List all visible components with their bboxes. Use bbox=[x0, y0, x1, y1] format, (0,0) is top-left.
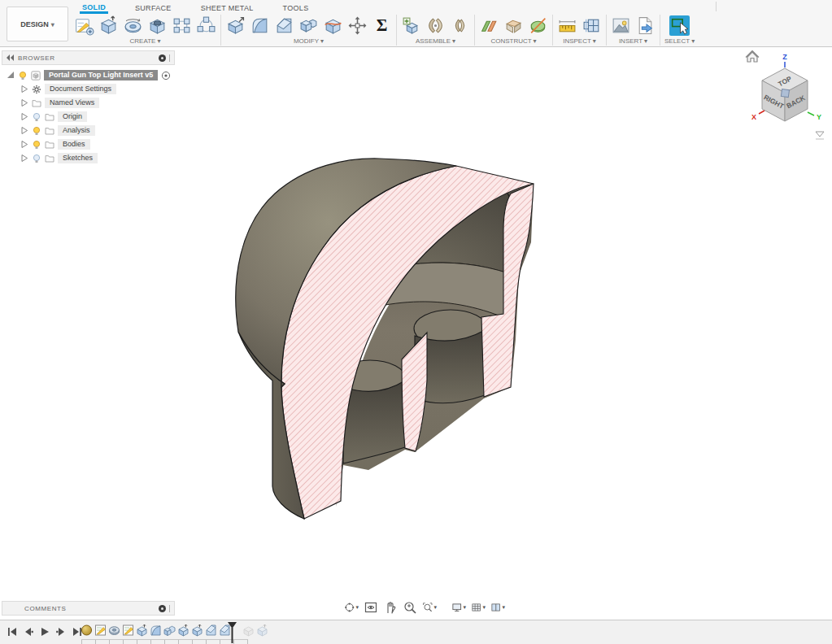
new-component-icon[interactable] bbox=[401, 15, 421, 36]
expand-icon[interactable] bbox=[21, 154, 28, 162]
fillet-icon[interactable] bbox=[250, 15, 270, 36]
modify-dropdown[interactable]: MODIFY bbox=[294, 37, 324, 45]
change-parameters-icon[interactable]: Σ bbox=[372, 15, 392, 36]
play-button[interactable] bbox=[40, 627, 50, 637]
tab-sheet-metal[interactable]: SHEET METAL bbox=[198, 2, 256, 14]
activate-component-radio[interactable] bbox=[161, 71, 171, 80]
panel-options-icon[interactable] bbox=[159, 605, 166, 612]
rectangular-pattern-icon[interactable] bbox=[172, 15, 192, 36]
collapse-panel-icon[interactable] bbox=[7, 54, 15, 61]
item-label[interactable]: Bodies bbox=[58, 139, 90, 150]
timeline-feature-combine[interactable] bbox=[163, 623, 176, 637]
timeline-feature-sketch[interactable] bbox=[122, 623, 134, 637]
timeline-feature-revolve[interactable] bbox=[108, 623, 120, 637]
timeline-feature-component-color[interactable] bbox=[81, 623, 93, 637]
timeline-feature-extrude[interactable] bbox=[177, 623, 189, 637]
expand-icon[interactable] bbox=[21, 99, 28, 107]
as-built-joint-icon[interactable] bbox=[450, 15, 470, 36]
viewcube[interactable]: TOP RIGHT BACK Z X Y bbox=[738, 46, 827, 143]
expand-icon[interactable] bbox=[21, 113, 28, 120]
go-to-start-button[interactable] bbox=[7, 627, 17, 637]
item-label[interactable]: Sketches bbox=[58, 153, 98, 163]
item-label[interactable]: Analysis bbox=[58, 125, 95, 136]
grid-settings-icon[interactable] bbox=[471, 600, 486, 615]
expand-icon[interactable] bbox=[21, 127, 28, 134]
expand-icon[interactable] bbox=[21, 141, 28, 148]
expand-icon[interactable] bbox=[21, 85, 28, 93]
panel-resize-handle[interactable] bbox=[169, 605, 170, 612]
step-back-button[interactable] bbox=[24, 627, 33, 637]
root-component-label[interactable]: Portal Gun Top Light Insert v5 bbox=[44, 70, 158, 80]
tab-surface[interactable]: SURFACE bbox=[133, 2, 174, 14]
insert-dropdown[interactable]: INSERT bbox=[619, 37, 647, 45]
look-at-icon[interactable] bbox=[364, 600, 378, 615]
panel-resize-handle[interactable] bbox=[169, 54, 170, 62]
browser-header[interactable]: BROWSER bbox=[2, 50, 175, 65]
viewports-icon[interactable] bbox=[490, 600, 505, 615]
bulb-on-icon[interactable] bbox=[32, 126, 41, 136]
midplane-icon[interactable] bbox=[503, 15, 524, 36]
tab-solid[interactable]: SOLID bbox=[80, 2, 108, 14]
expanded-icon[interactable] bbox=[7, 72, 15, 79]
design-workspace-dropdown[interactable]: DESIGN bbox=[7, 7, 68, 41]
select-dropdown[interactable]: SELECT bbox=[664, 37, 695, 45]
timeline-feature-sketch[interactable] bbox=[94, 623, 107, 637]
timeline-feature-extrude[interactable] bbox=[256, 623, 268, 637]
orbit-icon[interactable] bbox=[344, 600, 359, 615]
display-settings-icon[interactable] bbox=[451, 600, 466, 615]
item-label[interactable]: Named Views bbox=[45, 98, 99, 108]
panel-options-icon[interactable] bbox=[159, 54, 166, 62]
bulb-off-icon[interactable] bbox=[32, 154, 41, 163]
measure-icon[interactable] bbox=[557, 15, 577, 36]
offset-plane-icon[interactable] bbox=[479, 15, 499, 36]
fit-icon[interactable] bbox=[422, 600, 437, 615]
create-dropdown[interactable]: CREATE bbox=[130, 37, 161, 45]
combine-icon[interactable] bbox=[298, 15, 319, 36]
viewcube-cube[interactable]: TOP RIGHT BACK bbox=[762, 68, 808, 121]
bulb-on-icon[interactable] bbox=[32, 140, 41, 150]
3d-model-section-view[interactable] bbox=[218, 145, 547, 538]
comments-header[interactable]: COMMENTS bbox=[2, 601, 175, 616]
browser-root-row[interactable]: Portal Gun Top Light Insert v5 bbox=[2, 68, 175, 82]
browser-item-sketches[interactable]: Sketches bbox=[2, 151, 175, 165]
browser-item-named-views[interactable]: Named Views bbox=[2, 96, 175, 110]
split-body-icon[interactable] bbox=[323, 15, 343, 36]
inspect-dropdown[interactable]: INSPECT bbox=[563, 37, 596, 45]
timeline-playhead[interactable] bbox=[227, 621, 237, 644]
timeline-feature-box[interactable] bbox=[242, 623, 255, 637]
step-forward-button[interactable] bbox=[56, 627, 66, 637]
joint-icon[interactable] bbox=[425, 15, 446, 36]
chamfer-icon[interactable] bbox=[274, 15, 294, 36]
extrude-icon[interactable] bbox=[98, 15, 119, 36]
create-sketch-icon[interactable] bbox=[74, 15, 94, 36]
item-label[interactable]: Origin bbox=[58, 111, 87, 122]
assemble-dropdown[interactable]: ASSEMBLE bbox=[416, 37, 455, 45]
timeline-feature-chamfer[interactable] bbox=[205, 623, 217, 637]
move-copy-icon[interactable] bbox=[347, 15, 368, 36]
tab-tools[interactable]: TOOLS bbox=[281, 2, 311, 14]
construct-dropdown[interactable]: CONSTRUCT bbox=[490, 37, 536, 45]
bulb-off-icon[interactable] bbox=[32, 112, 41, 122]
bulb-on-icon[interactable] bbox=[18, 71, 28, 80]
press-pull-icon[interactable] bbox=[225, 15, 246, 36]
browser-item-bodies[interactable]: Bodies bbox=[2, 137, 175, 151]
browser-item-origin[interactable]: Origin bbox=[2, 110, 175, 124]
timeline-feature-extrude[interactable] bbox=[191, 623, 203, 637]
viewcube-menu-icon[interactable] bbox=[816, 132, 824, 139]
select-icon[interactable] bbox=[669, 15, 690, 36]
axis-icon[interactable] bbox=[528, 15, 548, 36]
home-icon[interactable] bbox=[746, 51, 759, 63]
revolve-icon[interactable] bbox=[123, 15, 143, 36]
pan-icon[interactable] bbox=[383, 600, 398, 615]
section-analysis-icon[interactable] bbox=[582, 15, 602, 36]
timeline-feature-extrude[interactable] bbox=[136, 623, 148, 637]
timeline-feature-fillet[interactable] bbox=[150, 623, 162, 637]
browser-item-document-settings[interactable]: Document Settings bbox=[2, 82, 175, 96]
item-label[interactable]: Document Settings bbox=[45, 84, 116, 94]
hole-icon[interactable] bbox=[147, 15, 168, 36]
insert-mesh-icon[interactable] bbox=[635, 15, 656, 36]
canvas-icon[interactable] bbox=[611, 15, 631, 36]
browser-item-analysis[interactable]: Analysis bbox=[2, 124, 175, 137]
zoom-icon[interactable] bbox=[403, 600, 417, 615]
circular-pattern-icon[interactable] bbox=[196, 15, 216, 36]
